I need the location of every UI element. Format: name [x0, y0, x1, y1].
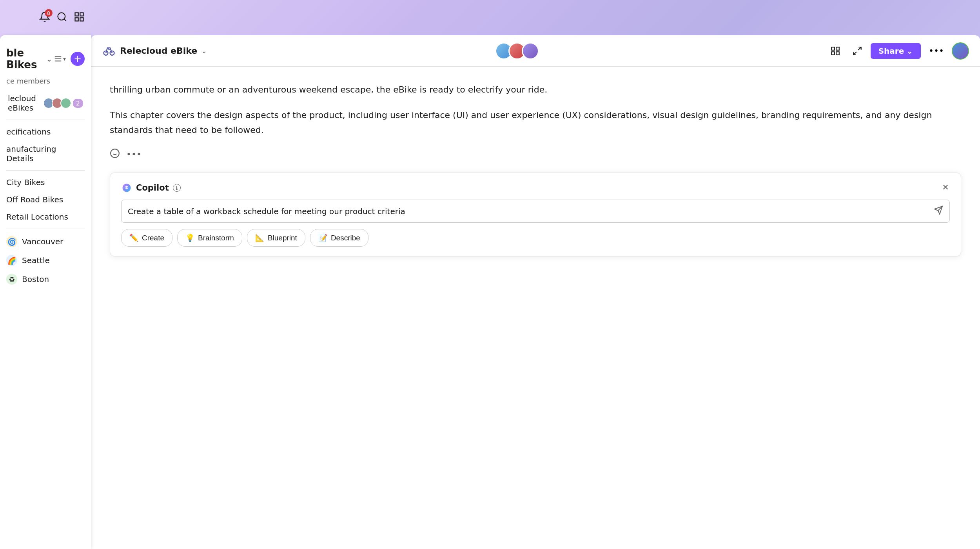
sidebar-menu-chevron-icon: ▾	[63, 56, 66, 62]
vancouver-icon: 🌀	[6, 236, 17, 247]
sidebar-header: ble Bikes ⌄ ▾ +	[0, 43, 91, 77]
top-nav: 8	[0, 0, 980, 35]
svg-point-21	[127, 187, 128, 188]
expand-button[interactable]	[849, 42, 866, 60]
sidebar-location-vancouver[interactable]: 🌀 Vancouver	[0, 232, 91, 251]
avatar-stack	[495, 42, 539, 60]
create-label: Create	[142, 234, 164, 242]
sidebar: ble Bikes ⌄ ▾ + ce members lecloud eBike…	[0, 35, 91, 549]
sidebar-divider-1	[6, 120, 85, 120]
content-body: thrilling urban commute or an adventurou…	[91, 67, 980, 549]
blueprint-icon: 📐	[255, 233, 265, 242]
svg-rect-2	[75, 13, 78, 16]
search-button[interactable]	[56, 11, 67, 24]
copilot-title-area: Copilot ℹ	[121, 182, 181, 193]
header-avatar-3	[522, 42, 539, 60]
sidebar-divider-2	[6, 170, 85, 171]
copilot-send-button[interactable]	[934, 205, 943, 217]
content-paragraph-2: This chapter covers the design aspects o…	[110, 108, 961, 137]
sidebar-title: ble Bikes ⌄	[6, 47, 52, 71]
svg-rect-13	[836, 52, 839, 55]
sidebar-location-boston[interactable]: ♻️ Boston	[0, 270, 91, 289]
svg-rect-11	[831, 47, 835, 50]
svg-line-16	[853, 52, 857, 55]
notifications-button[interactable]: 8	[39, 11, 50, 24]
sidebar-channel-name: lecloud eBikes	[8, 94, 43, 113]
describe-icon: 📝	[318, 233, 328, 242]
copilot-blueprint-button[interactable]: 📐 Blueprint	[247, 229, 305, 247]
share-chevron-icon: ⌄	[906, 46, 913, 56]
sidebar-item-manufacturing[interactable]: anufacturing Details	[0, 140, 91, 167]
content-paragraph-1: thrilling urban commute or an adventurou…	[110, 82, 961, 97]
notification-badge: 8	[45, 9, 53, 17]
create-icon: ✏️	[129, 233, 139, 242]
copilot-logo-icon	[121, 182, 132, 193]
svg-rect-5	[75, 18, 78, 21]
copilot-panel: Copilot ℹ Create a table of a workback s…	[110, 173, 961, 256]
svg-point-0	[58, 13, 65, 20]
user-avatar[interactable]	[952, 42, 969, 60]
emoji-react-button[interactable]	[110, 148, 120, 160]
share-label: Share	[878, 46, 904, 56]
seattle-icon: 🌈	[6, 255, 17, 266]
copilot-actions: ✏️ Create 💡 Brainstorm 📐 Blueprint 📝 Des…	[121, 229, 950, 247]
copilot-create-button[interactable]: ✏️ Create	[121, 229, 172, 247]
more-options-button[interactable]: •••	[926, 43, 947, 59]
svg-point-20	[125, 187, 126, 188]
grid-button[interactable]	[74, 11, 85, 24]
sidebar-channel-item[interactable]: lecloud eBikes 2	[2, 90, 89, 116]
sidebar-item-off-road-bikes[interactable]: Off Road Bikes	[0, 191, 91, 208]
channel-badge: 2	[73, 99, 83, 108]
svg-line-15	[858, 47, 861, 50]
boston-label: Boston	[22, 274, 49, 284]
sidebar-item-specifications[interactable]: ecifications	[0, 123, 91, 140]
blueprint-label: Blueprint	[268, 234, 297, 242]
sidebar-menu-button[interactable]: ▾	[52, 53, 67, 65]
sidebar-members-label: ce members	[0, 77, 91, 90]
grid-view-button[interactable]	[827, 42, 844, 60]
seattle-label: Seattle	[22, 256, 50, 265]
sidebar-chevron-icon[interactable]: ⌄	[46, 55, 52, 63]
app-chevron-icon[interactable]: ⌄	[201, 47, 207, 55]
sidebar-divider-3	[6, 229, 85, 229]
copilot-brainstorm-button[interactable]: 💡 Brainstorm	[177, 229, 242, 247]
sidebar-location-seattle[interactable]: 🌈 Seattle	[0, 251, 91, 270]
copilot-info-button[interactable]: ℹ	[173, 184, 181, 192]
svg-point-17	[111, 149, 119, 158]
main-header: Relecloud eBike ⌄	[91, 35, 980, 67]
sidebar-title-text: ble Bikes	[6, 47, 44, 71]
share-button[interactable]: Share ⌄	[871, 43, 921, 59]
vancouver-label: Vancouver	[22, 237, 63, 246]
boston-icon: ♻️	[6, 274, 17, 285]
doc-toolbar: •••	[110, 148, 961, 160]
header-center	[495, 42, 539, 60]
describe-label: Describe	[331, 234, 360, 242]
sidebar-header-actions: ▾ +	[52, 52, 85, 66]
sidebar-add-button[interactable]: +	[71, 52, 85, 66]
brainstorm-label: Brainstorm	[198, 234, 234, 242]
copilot-describe-button[interactable]: 📝 Describe	[310, 229, 368, 247]
main-area: Relecloud eBike ⌄	[91, 35, 980, 549]
copilot-input-area[interactable]: Create a table of a workback schedule fo…	[121, 200, 950, 223]
channel-avatar-3	[60, 98, 71, 109]
top-nav-left: 8	[0, 11, 91, 24]
header-right: Share ⌄ •••	[827, 42, 969, 60]
copilot-input-text: Create a table of a workback schedule fo…	[128, 207, 934, 216]
svg-rect-14	[831, 52, 835, 55]
copilot-title-label: Copilot	[136, 183, 169, 193]
app-name-label: Relecloud eBike	[120, 46, 197, 56]
svg-point-10	[110, 51, 114, 55]
brainstorm-icon: 💡	[185, 233, 195, 242]
copilot-close-button[interactable]	[941, 183, 950, 193]
channel-avatars: 2	[43, 98, 83, 109]
svg-rect-3	[80, 13, 83, 16]
copilot-header: Copilot ℹ	[121, 182, 950, 193]
sidebar-item-city-bikes[interactable]: City Bikes	[0, 174, 91, 191]
more-actions-button[interactable]: •••	[126, 149, 142, 159]
svg-rect-4	[80, 18, 83, 21]
sidebar-item-retail-locations[interactable]: Retail Locations	[0, 208, 91, 225]
svg-line-1	[64, 19, 66, 21]
app-logo	[102, 44, 116, 58]
svg-rect-12	[836, 47, 839, 50]
app-container: 8 ble Bikes ⌄	[0, 0, 980, 549]
